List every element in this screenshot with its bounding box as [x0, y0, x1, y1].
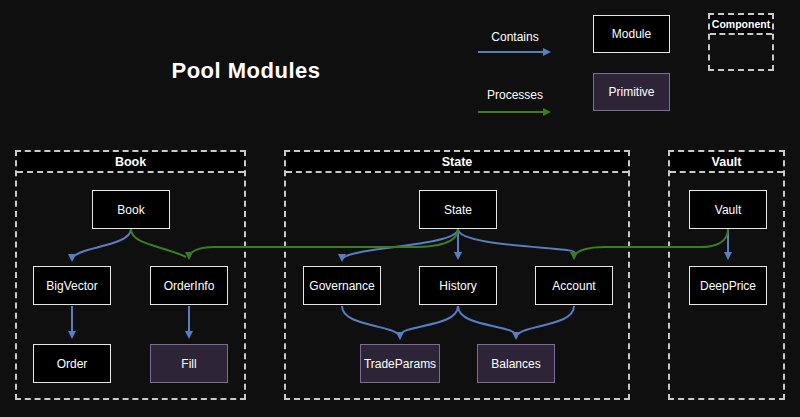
legend-primitive-label: Primitive	[608, 85, 654, 99]
container-vault-title: Vault	[670, 152, 783, 173]
node-fill-label: Fill	[181, 357, 196, 371]
node-order-label: Order	[57, 357, 88, 371]
node-deepprice: DeepPrice	[689, 266, 767, 305]
node-vault: Vault	[689, 190, 767, 229]
legend-processes-label: Processes	[477, 88, 553, 102]
node-state-label: State	[444, 203, 472, 217]
node-tradeparams-label: TradeParams	[364, 357, 436, 371]
node-order: Order	[33, 344, 111, 383]
diagram-canvas: Pool Modules Contains Processes Module P…	[0, 0, 800, 417]
node-deepprice-label: DeepPrice	[700, 279, 756, 293]
node-orderinfo-label: OrderInfo	[164, 279, 215, 293]
diagram-title: Pool Modules	[146, 58, 346, 84]
legend-component-box: Component	[708, 13, 774, 71]
container-book-title: Book	[17, 152, 244, 173]
node-bigvector: BigVector	[33, 266, 111, 305]
node-balances: Balances	[477, 344, 555, 383]
legend-primitive-node: Primitive	[593, 73, 670, 111]
node-account: Account	[535, 266, 613, 305]
legend-component-label: Component	[710, 15, 772, 35]
node-tradeparams: TradeParams	[360, 344, 440, 383]
node-orderinfo: OrderInfo	[150, 266, 228, 305]
node-account-label: Account	[552, 279, 595, 293]
node-fill: Fill	[150, 344, 228, 383]
node-book-label: Book	[117, 203, 144, 217]
node-history: History	[419, 266, 497, 305]
node-history-label: History	[439, 279, 476, 293]
node-bigvector-label: BigVector	[46, 279, 97, 293]
node-governance-label: Governance	[309, 279, 374, 293]
legend-contains-label: Contains	[477, 30, 553, 44]
container-state-title: State	[286, 152, 628, 173]
node-governance: Governance	[303, 266, 381, 305]
node-vault-label: Vault	[715, 203, 741, 217]
legend-module-node: Module	[593, 15, 670, 53]
node-state: State	[419, 190, 497, 229]
node-balances-label: Balances	[491, 357, 540, 371]
legend-module-label: Module	[612, 27, 651, 41]
node-book: Book	[92, 190, 170, 229]
